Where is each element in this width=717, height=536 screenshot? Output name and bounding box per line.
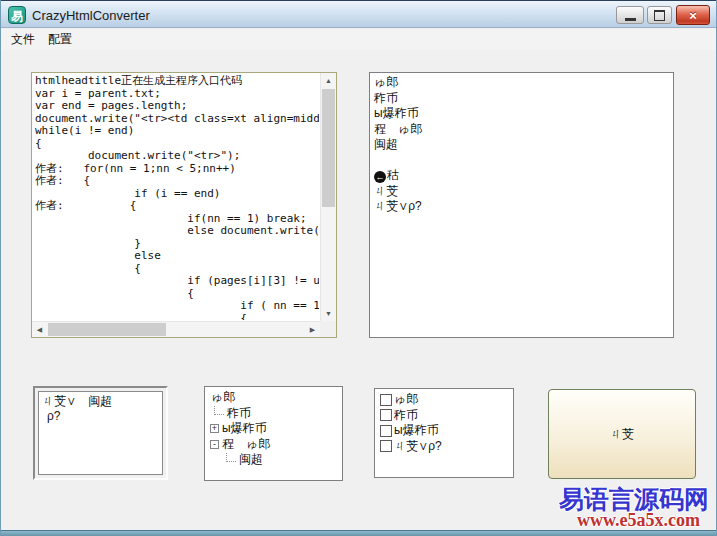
list-item[interactable]: 秨币	[374, 91, 669, 107]
list-item[interactable]	[374, 153, 669, 169]
list-item[interactable]: ←秙	[374, 168, 669, 184]
window-bottom-border	[1, 530, 716, 536]
scroll-left-icon[interactable]: ◀	[32, 322, 47, 337]
menu-bar: 文件 配置	[1, 29, 716, 50]
tree-item[interactable]: 闽超	[205, 452, 342, 468]
scroll-up-icon[interactable]: ▲	[321, 73, 336, 88]
minimize-button[interactable]	[616, 6, 644, 24]
vertical-scroll-thumb[interactable]	[322, 89, 335, 207]
list-item[interactable]: ゅ郎	[374, 75, 669, 91]
circle-left-arrow-icon: ←	[374, 171, 386, 183]
minimize-icon	[625, 18, 636, 21]
app-icon: 易	[8, 6, 26, 24]
horizontal-scrollbar[interactable]: ◀ ▶	[32, 321, 320, 337]
vertical-scrollbar[interactable]: ▲ ▼	[320, 73, 336, 321]
scroll-right-icon[interactable]: ▶	[305, 322, 320, 337]
close-button[interactable]: ×	[676, 5, 710, 25]
checkbox-row[interactable]: 秨币	[377, 408, 511, 424]
list-item[interactable]: ы爆秨币	[374, 106, 669, 122]
checkbox-row[interactable]: ы爆秨币	[377, 423, 511, 439]
list-item[interactable]: 闽超	[374, 137, 669, 153]
mini-list-panel[interactable]: ㄐ芠∨ 闽超 ρ?	[33, 386, 168, 480]
maximize-icon	[654, 10, 665, 21]
tree-connector	[214, 406, 224, 415]
convert-button[interactable]: ㄐ芠	[548, 389, 696, 479]
output-listbox[interactable]: ゅ郎 秨币 ы爆秨币 程 ゅ郎 闽超 ←秙 ㄐ芠 ㄐ芠∨ρ?	[369, 72, 674, 338]
checkbox-icon[interactable]	[380, 425, 392, 437]
list-item[interactable]: ㄐ芠	[374, 184, 669, 200]
list-item[interactable]: 程 ゅ郎	[374, 122, 669, 138]
checkbox-icon[interactable]	[380, 409, 392, 421]
tree-item[interactable]: - 程 ゅ郎	[205, 437, 342, 453]
mini-list-line: ρ?	[42, 409, 159, 424]
checkbox-row[interactable]: ゅ郎	[377, 392, 511, 408]
tree-item[interactable]: + ы爆秨币	[205, 421, 342, 437]
tree-expand-icon[interactable]: +	[210, 424, 219, 433]
scrollbar-corner	[320, 321, 336, 337]
convert-button-label: ㄐ芠	[610, 426, 634, 443]
scroll-down-icon[interactable]: ▼	[321, 306, 336, 321]
code-editor[interactable]: htmlheadtitle正在生成主程序入口代码var i = parent.t…	[31, 72, 337, 338]
checkbox-row[interactable]: ㄐ芠∨ρ?	[377, 439, 511, 455]
title-bar[interactable]: 易 CrazyHtmlConverter ×	[1, 0, 716, 28]
tree-collapse-icon[interactable]: -	[210, 440, 219, 449]
watermark-site-url: www.e5a5x.com	[577, 510, 700, 531]
maximize-button[interactable]	[647, 6, 672, 24]
checkbox-list[interactable]: ゅ郎 秨币 ы爆秨币 ㄐ芠∨ρ?	[374, 388, 514, 478]
app-window: 易 CrazyHtmlConverter × 文件 配置 htmlheadtit…	[0, 0, 717, 536]
code-text[interactable]: htmlheadtitle正在生成主程序入口代码var i = parent.t…	[35, 75, 319, 320]
close-icon: ×	[689, 8, 697, 23]
list-item[interactable]: ㄐ芠∨ρ?	[374, 199, 669, 215]
tree-item[interactable]: 秨币	[205, 406, 342, 422]
menu-item-config[interactable]: 配置	[42, 29, 78, 50]
tree-connector	[226, 453, 236, 462]
menu-item-file[interactable]: 文件	[5, 29, 41, 50]
mini-list-content[interactable]: ㄐ芠∨ 闽超 ρ?	[38, 391, 163, 475]
tree-view[interactable]: ゅ郎 秨币 + ы爆秨币 - 程 ゅ郎 闽超	[204, 386, 343, 481]
mini-list-line: ㄐ芠∨ 闽超	[42, 394, 159, 409]
checkbox-icon[interactable]	[380, 394, 392, 406]
checkbox-icon[interactable]	[380, 440, 392, 452]
tree-item-root[interactable]: ゅ郎	[205, 390, 342, 406]
window-title: CrazyHtmlConverter	[32, 8, 150, 23]
horizontal-scroll-thumb[interactable]	[48, 323, 166, 336]
